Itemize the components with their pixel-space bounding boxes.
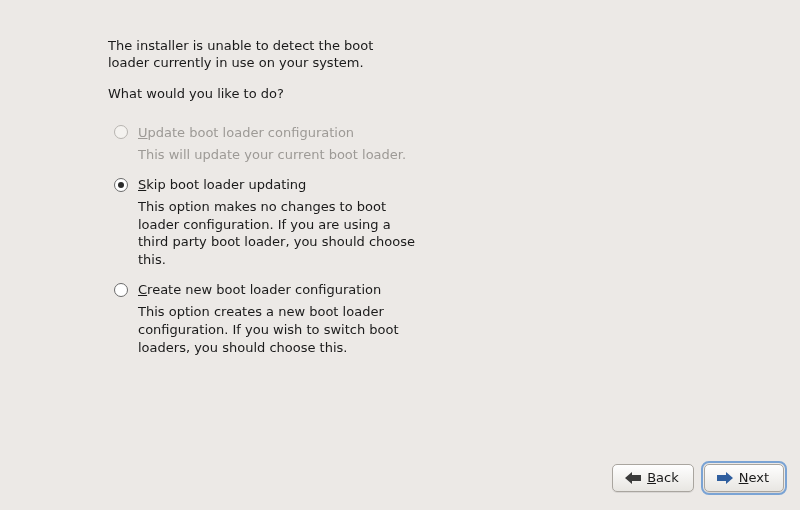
option-skip-head: Skip boot loader updating [114, 177, 538, 192]
installer-bootloader-page: The installer is unable to detect the bo… [0, 0, 800, 510]
intro-text: The installer is unable to detect the bo… [108, 38, 538, 72]
options-group: Update boot loader configuration This wi… [114, 125, 538, 356]
back-rest: ack [656, 470, 679, 485]
arrow-right-icon [717, 472, 733, 484]
back-button-label: Back [647, 470, 679, 485]
radio-skip[interactable] [114, 178, 128, 192]
next-mnemonic: N [739, 470, 749, 485]
back-button[interactable]: Back [612, 464, 694, 492]
option-update-head: Update boot loader configuration [114, 125, 538, 140]
radio-update [114, 125, 128, 139]
intro-line-1: The installer is unable to detect the bo… [108, 38, 373, 53]
option-update-label: Update boot loader configuration [138, 125, 354, 140]
option-update-rest: pdate boot loader configuration [148, 125, 355, 140]
option-create-mnemonic: C [138, 282, 147, 297]
svg-marker-1 [717, 472, 733, 484]
intro-line-2: loader currently in use on your system. [108, 55, 364, 70]
radio-create[interactable] [114, 283, 128, 297]
option-skip[interactable]: Skip boot loader updating This option ma… [114, 177, 538, 268]
option-create[interactable]: Create new boot loader configuration Thi… [114, 282, 538, 356]
svg-marker-0 [625, 472, 641, 484]
next-button-label: Next [739, 470, 769, 485]
option-create-desc: This option creates a new boot loader co… [138, 303, 418, 356]
main-content: The installer is unable to detect the bo… [108, 38, 538, 370]
option-update-mnemonic: U [138, 125, 148, 140]
option-update: Update boot loader configuration This wi… [114, 125, 538, 164]
prompt-text: What would you like to do? [108, 86, 538, 103]
option-skip-label[interactable]: Skip boot loader updating [138, 177, 306, 192]
back-mnemonic: B [647, 470, 656, 485]
next-button[interactable]: Next [704, 464, 784, 492]
next-rest: ext [748, 470, 769, 485]
option-create-head: Create new boot loader configuration [114, 282, 538, 297]
option-update-desc: This will update your current boot loade… [138, 146, 418, 164]
option-skip-desc: This option makes no changes to boot loa… [138, 198, 418, 268]
option-skip-rest: kip boot loader updating [146, 177, 306, 192]
option-create-label[interactable]: Create new boot loader configuration [138, 282, 381, 297]
footer-buttons: Back Next [612, 464, 784, 492]
option-create-rest: reate new boot loader configuration [147, 282, 381, 297]
arrow-left-icon [625, 472, 641, 484]
